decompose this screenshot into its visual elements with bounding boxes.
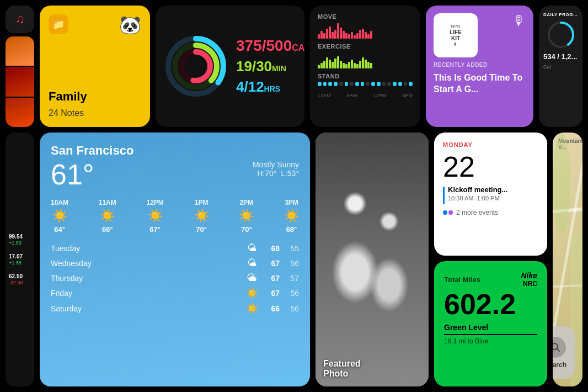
move-chart-bars bbox=[318, 21, 413, 39]
day-row-4: Saturday ☀️ 66 56 bbox=[51, 303, 299, 315]
daily-prog-sub: Cal bbox=[543, 64, 578, 70]
hour-item-1: 11AM ☀️ 66° bbox=[99, 199, 116, 234]
featured-photo-widget: FeaturedPhoto bbox=[316, 133, 429, 386]
svg-line-9 bbox=[557, 348, 560, 351]
move-chart-row: MOVE bbox=[318, 13, 413, 39]
nike-miles: 602.2 bbox=[444, 290, 537, 319]
event-info-1: Kickoff meeting... 10:30 AM–1:00 PM bbox=[448, 186, 507, 202]
calendar-day-label: MONDAY bbox=[443, 141, 538, 148]
hour-item-0: 10AM ☀️ 64° bbox=[51, 199, 68, 234]
nike-logo: Nike bbox=[521, 271, 537, 280]
recently-added-label: RECENTLY ADDED bbox=[434, 62, 526, 68]
notes-title: Family bbox=[49, 89, 141, 104]
photo-strip-item-1 bbox=[6, 36, 34, 66]
move-chart-label: MOVE bbox=[318, 13, 413, 20]
daily-prog-label: DAILY PROG... bbox=[543, 12, 578, 17]
nike-level: Green Level bbox=[444, 323, 537, 335]
calendar-event-1: Kickoff meeting... 10:30 AM–1:00 PM bbox=[443, 186, 538, 204]
nike-sub: 19.1 mi to Blue bbox=[444, 337, 537, 345]
podcast-widget[interactable]: NPR LIFEKIT 🎙 🎙 RECENTLY ADDED This Is G… bbox=[426, 6, 533, 127]
map-widget[interactable]: Mountain V... Search bbox=[553, 133, 582, 386]
notes-header: 📁 🐼 bbox=[49, 14, 141, 35]
calendar-widget[interactable]: MONDAY 22 Kickoff meeting... 10:30 AM–1:… bbox=[434, 133, 547, 256]
panda-icon: 🐼 bbox=[119, 14, 141, 35]
daily-progress-ring bbox=[547, 20, 575, 49]
event-dot-2 bbox=[448, 210, 453, 215]
hour-item-4: 2PM ☀️ 70° bbox=[239, 199, 254, 234]
weather-temp: 61° bbox=[51, 160, 94, 189]
stand-dots bbox=[318, 81, 413, 87]
weather-widget[interactable]: San Francisco 61° Mostly Sunny H:70° L:5… bbox=[40, 133, 310, 386]
stocks-widget[interactable]: 99.54 +1.89 17.07 +1.88 62.50 -32.50 bbox=[6, 133, 34, 386]
exercise-chart-bars bbox=[318, 51, 413, 68]
daily-forecast: Tuesday 🌤 68 55 Wednesday 🌤 67 56 Thursd… bbox=[51, 242, 299, 315]
event-bar-1 bbox=[443, 187, 445, 204]
hourly-forecast: 10AM ☀️ 64° 11AM ☀️ 66° 12PM ☀️ 67° 1PM … bbox=[51, 199, 299, 234]
hour-item-2: 12PM ☀️ 67° bbox=[146, 199, 163, 234]
calendar-date: 22 bbox=[443, 152, 538, 181]
day-row-0: Tuesday 🌤 68 55 bbox=[51, 242, 299, 254]
event-dot-1 bbox=[443, 210, 447, 215]
stat-stand: 4/12HRS bbox=[236, 78, 304, 96]
hour-item-5: 3PM ☀️ 68° bbox=[284, 199, 299, 234]
search-widget[interactable]: Search bbox=[553, 326, 575, 379]
search-icon-circle bbox=[553, 337, 566, 358]
hour-item-3: 1PM ☀️ 70° bbox=[194, 199, 209, 234]
daily-prog-value: 534 / 1,2... bbox=[543, 52, 578, 61]
daily-progress-widget: DAILY PROG... 534 / 1,2... Cal bbox=[539, 6, 582, 127]
activity-widget[interactable]: 375/500CAL 19/30MIN 4/12HRS bbox=[156, 6, 304, 127]
stand-chart-label: STAND bbox=[318, 73, 413, 80]
music-widget[interactable]: ♫ bbox=[6, 6, 34, 33]
weather-city: San Francisco bbox=[51, 144, 299, 158]
stocks-col: 99.54 +1.89 17.07 +1.88 62.50 -32.50 bbox=[6, 133, 34, 386]
stock-item-2: 17.07 +1.88 bbox=[9, 253, 31, 266]
photo-label: FeaturedPhoto bbox=[323, 359, 361, 379]
stat-exercise: 19/30MIN bbox=[236, 58, 304, 75]
weather-hi-lo: H:70° L:53° bbox=[253, 169, 299, 178]
exercise-chart-row: EXERCISE bbox=[318, 43, 413, 68]
chart-times: 12AM 6AM 12PM 6PM bbox=[318, 93, 413, 98]
map-terrain-1 bbox=[553, 133, 570, 234]
podcast-header: NPR LIFEKIT 🎙 🎙 bbox=[434, 13, 526, 57]
podcast-title: This Is Good Time To Start A G... bbox=[434, 72, 526, 96]
day-row-3: Friday ☀️ 67 56 bbox=[51, 287, 299, 299]
notes-icon: 📁 bbox=[49, 14, 68, 34]
notes-count: 24 Notes bbox=[49, 108, 141, 118]
exercise-chart-label: EXERCISE bbox=[318, 43, 413, 50]
calendar-more-events: 2 more events bbox=[443, 209, 538, 216]
podcast-app-icon: 🎙 bbox=[512, 13, 526, 29]
podcast-cover: NPR LIFEKIT 🎙 bbox=[434, 13, 478, 57]
stock-item-1: 99.54 +1.89 bbox=[9, 234, 31, 246]
stat-move: 375/500CAL bbox=[236, 37, 304, 55]
photo-strip-item-3 bbox=[6, 98, 34, 127]
nike-header: Total Miles Nike NRC bbox=[444, 271, 537, 288]
day-row-1: Wednesday 🌤 67 56 bbox=[51, 257, 299, 269]
fitness-chart-widget: MOVE bbox=[310, 6, 420, 127]
weather-condition-row: 61° Mostly Sunny H:70° L:53° bbox=[51, 160, 299, 190]
activity-stats: 375/500CAL 19/30MIN 4/12HRS bbox=[236, 37, 304, 96]
stand-chart-row: STAND bbox=[318, 73, 413, 87]
day-row-2: Thursday 🌥 67 57 bbox=[51, 272, 299, 284]
notes-widget[interactable]: 📁 🐼 Family 24 Notes bbox=[40, 6, 150, 127]
event-dots bbox=[443, 210, 453, 215]
music-photo-strip: ♫ bbox=[6, 6, 34, 127]
photo-strip-item-2 bbox=[6, 67, 34, 96]
stock-item-3: 62.50 -32.50 bbox=[9, 273, 31, 285]
nike-widget[interactable]: Total Miles Nike NRC 602.2 Green Level 1… bbox=[434, 261, 547, 386]
activity-rings bbox=[165, 36, 226, 97]
music-icon: ♫ bbox=[15, 12, 25, 27]
search-label: Search bbox=[553, 361, 566, 369]
weather-condition: Mostly Sunny bbox=[253, 160, 299, 169]
